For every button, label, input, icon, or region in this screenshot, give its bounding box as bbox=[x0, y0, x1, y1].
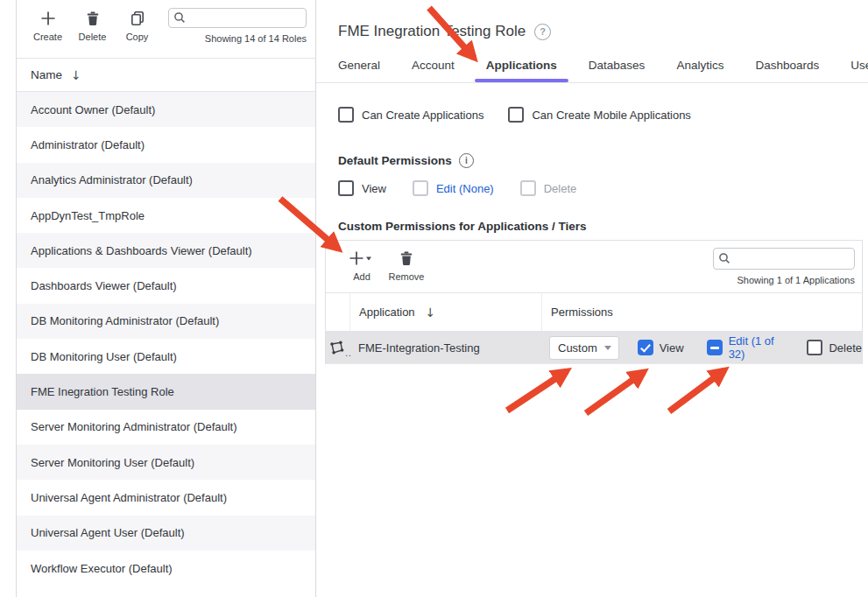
tab-account[interactable]: Account bbox=[412, 59, 455, 82]
sort-descending-icon: ↓ bbox=[426, 306, 436, 319]
application-icon-cell: .. bbox=[326, 340, 349, 356]
delete-checkbox[interactable] bbox=[807, 340, 822, 355]
custom-permissions-panel: Add Remove bbox=[325, 240, 863, 364]
search-icon bbox=[718, 252, 730, 264]
role-title-row: FME Inegration Testing Role ? bbox=[316, 0, 868, 40]
permissions-column-label: Permissions bbox=[551, 306, 613, 319]
copy-button-label: Copy bbox=[126, 32, 149, 42]
role-list-item[interactable]: Universal Agent User (Default) bbox=[17, 516, 315, 551]
role-list-item-selected[interactable]: FME Inegration Testing Role bbox=[17, 374, 315, 409]
edit-checkbox[interactable] bbox=[707, 340, 723, 355]
role-list-item[interactable]: AppDynTest_TmpRole bbox=[17, 198, 315, 233]
default-permissions-options: View Edit (None) Delete bbox=[338, 180, 868, 196]
role-list-item[interactable]: Analytics Administrator (Default) bbox=[17, 163, 315, 198]
default-view-label: View bbox=[362, 182, 386, 195]
role-list-item[interactable]: Administrator (Default) bbox=[17, 127, 315, 162]
view-permission-option[interactable]: View bbox=[638, 340, 684, 355]
help-icon[interactable]: ? bbox=[534, 24, 551, 40]
application-column-label: Application bbox=[359, 306, 415, 319]
tab-applications[interactable]: Applications bbox=[486, 59, 557, 82]
search-icon bbox=[173, 11, 186, 24]
tab-databases[interactable]: Databases bbox=[589, 59, 646, 82]
role-list-item[interactable]: Server Monitoring User (Default) bbox=[17, 445, 315, 480]
chevron-down-icon bbox=[604, 346, 611, 350]
view-checkbox[interactable] bbox=[638, 340, 653, 355]
default-edit-checkbox[interactable] bbox=[413, 180, 428, 196]
permissions-cell: Custom View Edit (1 of 32) Delete bbox=[540, 334, 862, 361]
role-tabs: General Account Applications Databases A… bbox=[316, 59, 868, 83]
can-create-applications-option[interactable]: Can Create Applications bbox=[338, 107, 483, 123]
custom-permissions-heading-row: Custom Permissions for Applications / Ti… bbox=[338, 220, 868, 233]
can-create-mobile-applications-option[interactable]: Can Create Mobile Applications bbox=[508, 107, 690, 123]
role-list-item[interactable]: Universal Agent Administrator (Default) bbox=[17, 480, 315, 515]
can-create-mobile-applications-checkbox[interactable] bbox=[508, 107, 524, 123]
default-view-option[interactable]: View bbox=[338, 180, 386, 196]
copy-icon bbox=[129, 8, 146, 29]
sort-descending-icon: ↓ bbox=[71, 69, 81, 81]
default-edit-option[interactable]: Edit (None) bbox=[413, 180, 494, 196]
name-column-header[interactable]: Name ↓ bbox=[17, 59, 315, 92]
copy-role-button[interactable]: Copy bbox=[115, 8, 159, 42]
role-list-item[interactable]: Account Owner (Default) bbox=[17, 92, 315, 127]
role-list-item[interactable]: DB Monitoring Administrator (Default) bbox=[17, 304, 315, 339]
role-list-item[interactable]: Applications & Dashboards Viewer (Defaul… bbox=[17, 233, 315, 268]
application-permission-row: .. FME-Integration-Testing Custom View bbox=[326, 332, 862, 364]
default-edit-label[interactable]: Edit (None) bbox=[436, 182, 494, 195]
delete-button-label: Delete bbox=[79, 32, 107, 42]
info-icon[interactable]: i bbox=[459, 153, 474, 168]
role-detail-panel: FME Inegration Testing Role ? General Ac… bbox=[316, 0, 868, 597]
applications-table-header: Application ↓ Permissions bbox=[326, 293, 862, 332]
tab-user-a[interactable]: User a bbox=[850, 59, 868, 82]
roles-count-text: Showing 14 of 14 Roles bbox=[205, 33, 307, 44]
remove-button-label: Remove bbox=[389, 271, 425, 282]
roles-search bbox=[168, 8, 307, 28]
edit-permission-option[interactable]: Edit (1 of 32) bbox=[707, 334, 788, 361]
default-delete-option[interactable]: Delete bbox=[520, 180, 577, 196]
application-name: FME-Integration-Testing bbox=[358, 341, 480, 355]
role-list-item[interactable]: Server Monitoring Administrator (Default… bbox=[17, 410, 315, 445]
trash-icon bbox=[398, 248, 415, 269]
remove-button[interactable]: Remove bbox=[382, 248, 431, 282]
roles-search-area: Showing 14 of 14 Roles bbox=[168, 8, 307, 44]
view-label: View bbox=[660, 341, 684, 355]
role-list-item[interactable]: DB Monitoring User (Default) bbox=[17, 339, 315, 374]
tab-dashboards[interactable]: Dashboards bbox=[755, 59, 819, 82]
add-button-label: Add bbox=[353, 271, 370, 282]
default-view-checkbox[interactable] bbox=[338, 180, 354, 196]
delete-permission-option[interactable]: Delete bbox=[807, 340, 862, 355]
roles-toolbar: Create Delete bbox=[17, 0, 315, 59]
can-create-applications-checkbox[interactable] bbox=[338, 107, 354, 123]
role-list-item[interactable]: Dashboards Viewer (Default) bbox=[17, 268, 315, 303]
role-list-item[interactable]: Workflow Executor (Default) bbox=[17, 551, 315, 586]
application-column-header[interactable]: Application ↓ bbox=[350, 293, 542, 331]
create-capability-options: Can Create Applications Can Create Mobil… bbox=[338, 107, 868, 123]
roles-sidebar: Create Delete bbox=[16, 0, 316, 597]
default-permissions-heading-row: Default Permissions i bbox=[338, 153, 868, 168]
can-create-mobile-applications-label: Can Create Mobile Applications bbox=[532, 109, 690, 122]
edit-label[interactable]: Edit (1 of 32) bbox=[729, 334, 788, 361]
permission-mode-value: Custom bbox=[558, 341, 597, 355]
application-name-cell: FME-Integration-Testing bbox=[349, 341, 540, 355]
page-title: FME Inegration Testing Role bbox=[338, 23, 526, 40]
name-column-label: Name bbox=[31, 68, 62, 81]
plus-dropdown-icon bbox=[349, 248, 374, 269]
default-permissions-heading: Default Permissions bbox=[338, 154, 452, 167]
create-role-button[interactable]: Create bbox=[25, 8, 70, 42]
applications-count-text: Showing 1 of 1 Applications bbox=[737, 275, 855, 285]
add-button[interactable]: Add bbox=[342, 248, 382, 282]
plus-icon bbox=[39, 8, 57, 29]
permissions-column-header: Permissions bbox=[542, 293, 862, 331]
custom-permissions-heading: Custom Permissions for Applications / Ti… bbox=[338, 220, 587, 233]
roles-search-input[interactable] bbox=[168, 8, 307, 28]
roles-admin-page: Create Delete bbox=[0, 0, 868, 597]
tab-general[interactable]: General bbox=[338, 59, 380, 82]
delete-role-button[interactable]: Delete bbox=[70, 8, 115, 42]
create-button-label: Create bbox=[33, 32, 62, 42]
tab-analytics[interactable]: Analytics bbox=[676, 59, 723, 82]
roles-list: Account Owner (Default) Administrator (D… bbox=[17, 92, 315, 586]
default-delete-checkbox[interactable] bbox=[520, 180, 536, 196]
icon-column-header bbox=[326, 293, 350, 331]
permission-mode-select[interactable]: Custom bbox=[549, 336, 619, 360]
default-delete-label: Delete bbox=[544, 182, 577, 195]
applications-search-input[interactable] bbox=[713, 248, 855, 270]
